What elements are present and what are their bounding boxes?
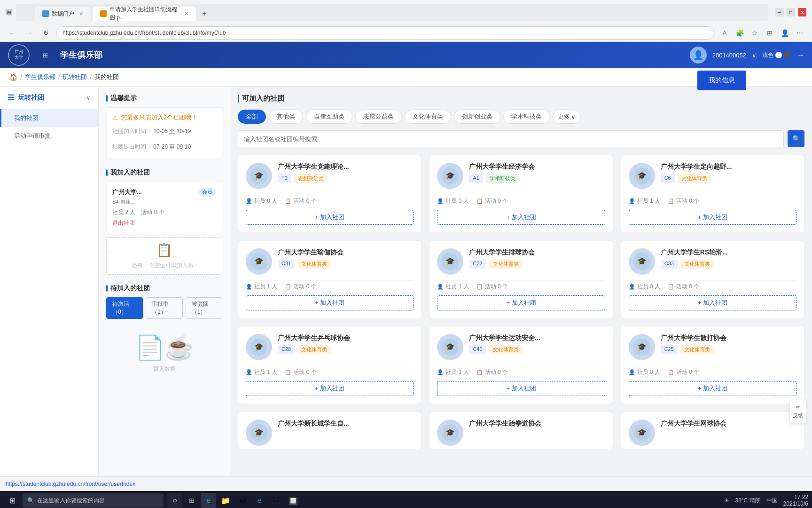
- taskbar-location: 中国: [766, 497, 778, 505]
- sidebar-item-my-clubs[interactable]: 我的社团: [0, 109, 98, 127]
- maximize-btn[interactable]: □: [787, 8, 795, 16]
- join-button-3[interactable]: + 加入社团: [629, 210, 796, 225]
- join-button-8[interactable]: + 加入社团: [437, 381, 605, 396]
- activities-icon-9: 📋: [668, 369, 674, 375]
- taskbar-search[interactable]: 🔍 在这里输入你要搜索的内容: [23, 493, 164, 508]
- extensions-btn[interactable]: 🧩: [733, 26, 746, 40]
- club-tags-3: C6 文化体育类: [661, 174, 796, 183]
- theme-toggle[interactable]: 浅色: [762, 51, 790, 59]
- browser-titlebar: ⊞ 数据门户 ✕ 申请加入学生社团详细流程图.p... ✕ + ─ □ ✕: [0, 0, 812, 24]
- club-avatar-9: 🎓: [629, 334, 655, 360]
- home-icon[interactable]: 🏠: [9, 73, 17, 81]
- club-stats-9: 👤 社员 0 人 📋 活动 0 个: [629, 366, 796, 376]
- stat-activities-2: 📋 活动 0 个: [476, 197, 508, 205]
- logout-button[interactable]: →: [796, 50, 804, 60]
- filter-tab-sports[interactable]: 文化体育类: [405, 110, 451, 124]
- filter-tab-other[interactable]: 其他类: [269, 110, 303, 124]
- account-btn[interactable]: 👤: [778, 26, 791, 40]
- taskbar-icon-security[interactable]: 🛡: [269, 493, 284, 508]
- filter-tab-self-help-label: 自律互助类: [314, 113, 344, 120]
- close-btn[interactable]: ✕: [798, 8, 806, 16]
- stat-members-7: 👤 社员 1 人: [246, 368, 277, 376]
- members-icon-9: 👤: [629, 369, 635, 375]
- left-panel: 温馨提示 ⚠ 您最多只能加入2个社团哦！ 社团加入时间： 10-05 至 10-…: [99, 87, 230, 476]
- address-bar[interactable]: https://studentclub.gzhu.edu.cn/front/st…: [56, 26, 714, 40]
- more-categories-button[interactable]: 更多 ∨: [553, 110, 581, 124]
- club-name-8: 广州大学学生运动安全...: [469, 334, 605, 342]
- forward-button[interactable]: →: [23, 26, 36, 40]
- feedback-button[interactable]: ✏ 反馈: [789, 400, 806, 423]
- tab-2-close[interactable]: ✕: [184, 11, 188, 17]
- club-tag-cat-6: 文化体育类: [680, 260, 714, 269]
- user-dropdown-icon[interactable]: ∨: [752, 52, 757, 59]
- sidebar-header[interactable]: ☰ 玩转社团 ∨: [0, 87, 98, 109]
- search-input[interactable]: [238, 130, 784, 147]
- pending-tab-activated[interactable]: 待激活（0）: [106, 297, 143, 319]
- filter-tab-innovation[interactable]: 创新创业类: [454, 110, 500, 124]
- taskbar-icon-app[interactable]: 🔲: [286, 493, 301, 508]
- tab-1[interactable]: 数据门户 ✕: [35, 7, 91, 21]
- club-card-4: 🎓 广州大学学生瑜伽协会 C31 文化体育类 👤: [238, 240, 422, 318]
- join-button-9[interactable]: + 加入社团: [629, 381, 796, 396]
- join-button-7[interactable]: + 加入社团: [246, 381, 414, 396]
- taskbar-icon-edge[interactable]: e: [201, 493, 216, 508]
- translate-btn[interactable]: A: [718, 26, 731, 40]
- warning-message: 您最多只能加入2个社团哦！: [121, 113, 197, 122]
- filter-tab-volunteer[interactable]: 志愿公益类: [355, 110, 402, 124]
- main-layout: ☰ 玩转社团 ∨ 我的社团 活动申请审批 温馨提示 ⚠ 您最多只能加入2个社团哦…: [0, 87, 812, 476]
- join-button-4[interactable]: + 加入社团: [246, 295, 414, 310]
- join-button-2[interactable]: + 加入社团: [437, 210, 605, 225]
- leave-club-button[interactable]: 退出社团: [112, 219, 216, 227]
- svg-text:🎓: 🎓: [637, 342, 647, 351]
- breadcrumb-sep-2: /: [58, 74, 60, 81]
- tab-1-close[interactable]: ✕: [79, 11, 83, 17]
- join-button-5[interactable]: + 加入社团: [437, 295, 605, 310]
- pending-tab-reviewing[interactable]: 审批中（1）: [146, 297, 182, 319]
- new-tab-button[interactable]: +: [198, 9, 211, 18]
- svg-text:🎓: 🎓: [637, 257, 647, 266]
- filter-tab-all-label: 全部: [246, 113, 258, 120]
- club-card-6: 🎓 广州大学学生RS轮滑... C33 文化体育类 👤: [621, 240, 804, 318]
- collections-btn[interactable]: ⊞: [763, 26, 776, 40]
- taskbar-icon-mail[interactable]: ✉: [235, 493, 250, 508]
- taskbar-icon-taskview[interactable]: ⊞: [184, 493, 199, 508]
- tab-2[interactable]: 申请加入学生社团详细流程图.p... ✕: [93, 7, 196, 21]
- join-time-value: 10-05 至 10-19: [153, 128, 191, 135]
- club-avatar-3: 🎓: [629, 163, 655, 189]
- svg-text:🎓: 🎓: [254, 257, 264, 266]
- filter-tab-all[interactable]: 全部: [238, 110, 266, 124]
- taskbar-icon-explorer[interactable]: 📁: [218, 493, 233, 508]
- no-data-icon: 📄☕: [116, 334, 213, 361]
- minimize-btn[interactable]: ─: [775, 8, 784, 16]
- my-info-dropdown[interactable]: 我的信息: [697, 71, 746, 90]
- breadcrumb-explore[interactable]: 玩转社团: [62, 73, 87, 81]
- club-tags-8: C40 文化体育类: [469, 345, 605, 354]
- sidebar-item-activity-apply[interactable]: 活动申请审批: [0, 127, 98, 145]
- tab-overview-btn[interactable]: ⊞: [6, 9, 12, 16]
- club-avatar-8: 🎓: [437, 334, 463, 360]
- breadcrumb-studentclub[interactable]: 学生俱乐部: [25, 73, 55, 81]
- favorites-btn[interactable]: ☆: [748, 26, 761, 40]
- club-card-9: 🎓 广州大学学生散打协会 C25 文化体育类 👤: [621, 326, 804, 404]
- activities-count-6: 活动 0 个: [676, 283, 699, 291]
- join-button-1[interactable]: + 加入社团: [246, 210, 414, 225]
- filter-tab-academic[interactable]: 学术科技类: [503, 110, 550, 124]
- join-button-6[interactable]: + 加入社团: [629, 295, 796, 310]
- members-icon-2: 👤: [437, 198, 444, 204]
- sidebar-collapse-icon[interactable]: ∨: [86, 94, 91, 101]
- taskbar-icon-ie[interactable]: e: [252, 493, 267, 508]
- stat-activities-7: 📋 活动 0 个: [285, 368, 316, 376]
- grid-menu-button[interactable]: ⊞: [38, 48, 53, 63]
- pending-tab-rejected[interactable]: 被驳回（1）: [186, 297, 222, 319]
- taskbar-pinned-icons: ○ ⊞ e 📁 ✉ e 🛡 🔲: [167, 493, 301, 508]
- start-button[interactable]: ⊞: [4, 492, 21, 508]
- back-button[interactable]: ←: [6, 26, 19, 40]
- filter-tab-self-help[interactable]: 自律互助类: [306, 110, 352, 124]
- club-tag-id-7: C28: [278, 345, 295, 354]
- warning-icon: ⚠: [112, 114, 118, 121]
- club-info-8: 广州大学学生运动安全... C40 文化体育类: [469, 334, 605, 354]
- search-button[interactable]: 🔍: [788, 130, 804, 147]
- refresh-button[interactable]: ↻: [39, 26, 53, 40]
- taskbar-icon-cortana[interactable]: ○: [167, 493, 182, 508]
- settings-btn[interactable]: ⋯: [793, 26, 806, 40]
